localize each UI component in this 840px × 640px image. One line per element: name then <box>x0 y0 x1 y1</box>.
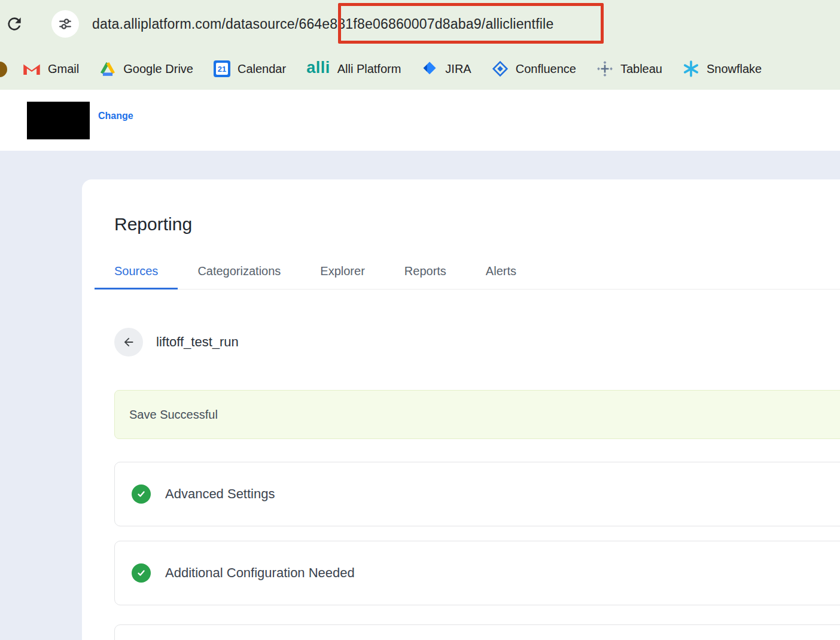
bookmark-label: Tableau <box>620 62 662 76</box>
tune-icon <box>57 16 73 32</box>
status-card-partial[interactable] <box>114 624 840 640</box>
google-drive-icon <box>99 61 116 77</box>
bookmark-label: Confluence <box>516 62 576 76</box>
confluence-icon <box>492 60 509 77</box>
url-text[interactable]: data.alliplatform.com/datasource/664e881… <box>92 16 553 32</box>
url-prefix: data.alliplatform.com/datasource/ <box>92 16 299 32</box>
bookmarks-bar: Gmail Google Drive 21 Calendar alli Alli… <box>0 48 840 90</box>
bookmark-jira[interactable]: JIRA <box>421 60 471 77</box>
bookmark-label: Snowflake <box>707 62 762 76</box>
bookmark-calendar[interactable]: 21 Calendar <box>214 60 286 77</box>
calendar-icon: 21 <box>214 60 230 77</box>
bookmark-label: Alli Platform <box>337 62 401 76</box>
bookmark-confluence[interactable]: Confluence <box>492 60 576 77</box>
url-datasource-id: 664e881f8e06860007d8aba9 <box>299 16 481 32</box>
page-title: Reporting <box>114 214 840 234</box>
bookmark-snowflake[interactable]: Snowflake <box>683 60 762 77</box>
advanced-settings-card[interactable]: Advanced Settings <box>114 462 840 526</box>
tab-alerts[interactable]: Alerts <box>466 264 536 289</box>
source-header-row: liftoff_test_run <box>114 328 840 356</box>
site-header: Change <box>0 90 840 151</box>
save-success-alert: Save Successful <box>114 390 840 439</box>
bookmark-label: JIRA <box>445 62 471 76</box>
card-label: Additional Configuration Needed <box>165 565 355 581</box>
alli-logo-icon: alli <box>306 60 330 78</box>
additional-configuration-card[interactable]: Additional Configuration Needed <box>114 541 840 605</box>
card-label: Advanced Settings <box>165 486 275 502</box>
reload-button[interactable] <box>4 13 25 35</box>
bookmark-alli-platform[interactable]: alli Alli Platform <box>306 60 401 78</box>
bookmark-google-drive[interactable]: Google Drive <box>99 61 193 77</box>
tab-categorizations[interactable]: Categorizations <box>178 264 300 289</box>
bookmark-label: Gmail <box>48 62 79 76</box>
main-background: Reporting Sources Categorizations Explor… <box>0 151 840 640</box>
back-arrow-icon <box>122 336 135 349</box>
check-circle-icon <box>132 484 151 504</box>
bookmark-label: Google Drive <box>123 62 193 76</box>
back-button[interactable] <box>114 328 143 356</box>
redacted-logo <box>27 102 90 139</box>
tab-explorer[interactable]: Explorer <box>300 264 384 289</box>
source-name: liftoff_test_run <box>156 334 239 350</box>
partial-bookmark-icon <box>0 62 7 77</box>
bookmark-tableau[interactable]: Tableau <box>596 60 662 77</box>
alert-text: Save Successful <box>129 408 218 422</box>
tableau-icon <box>596 60 613 77</box>
gmail-icon <box>23 62 41 76</box>
check-circle-icon <box>132 563 151 583</box>
tab-bar: Sources Categorizations Explorer Reports… <box>95 264 840 289</box>
address-bar: data.alliplatform.com/datasource/664e881… <box>0 0 840 48</box>
jira-icon <box>421 60 438 77</box>
page: data.alliplatform.com/datasource/664e881… <box>0 0 840 640</box>
reload-icon <box>5 14 24 33</box>
tab-reports[interactable]: Reports <box>385 264 466 289</box>
snowflake-icon <box>683 60 699 77</box>
change-link[interactable]: Change <box>98 111 133 121</box>
tab-sources[interactable]: Sources <box>95 264 178 289</box>
bookmark-label: Calendar <box>238 62 286 76</box>
url-suffix: alliclientfile <box>485 16 553 32</box>
site-settings-button[interactable] <box>51 10 79 38</box>
bookmark-gmail[interactable]: Gmail <box>23 62 79 76</box>
reporting-panel: Reporting Sources Categorizations Explor… <box>82 179 840 640</box>
